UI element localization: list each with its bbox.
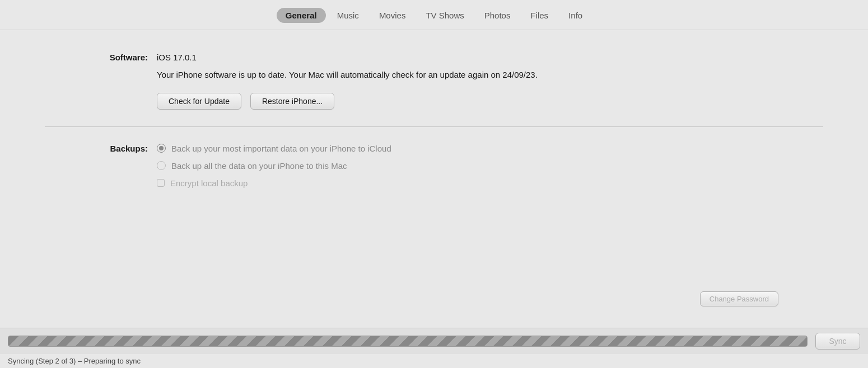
backup-mac-option[interactable]: Back up all the data on your iPhone to t… — [157, 161, 823, 171]
main-content: Software: iOS 17.0.1 Your iPhone softwar… — [0, 30, 868, 194]
backup-icloud-radio[interactable] — [157, 144, 166, 153]
backups-content: Back up your most important data on your… — [157, 144, 823, 188]
software-label: Software: — [45, 53, 157, 110]
status-text: Syncing (Step 2 of 3) – Preparing to syn… — [8, 357, 141, 365]
backup-icloud-label: Back up your most important data on your… — [171, 144, 391, 153]
tab-photos[interactable]: Photos — [475, 8, 520, 23]
tab-tvshows[interactable]: TV Shows — [417, 8, 473, 23]
tab-info[interactable]: Info — [559, 8, 591, 23]
progress-bar — [8, 336, 808, 347]
software-buttons: Check for Update Restore iPhone... — [157, 93, 823, 110]
restore-iphone-button[interactable]: Restore iPhone... — [250, 93, 334, 110]
software-version: iOS 17.0.1 — [157, 53, 823, 62]
backup-icloud-option[interactable]: Back up your most important data on your… — [157, 144, 823, 153]
encrypt-backup-option[interactable]: Encrypt local backup — [157, 178, 823, 188]
backup-mac-label: Back up all the data on your iPhone to t… — [171, 161, 347, 171]
status-bar: Syncing (Step 2 of 3) – Preparing to syn… — [0, 354, 868, 368]
backup-mac-radio[interactable] — [157, 161, 166, 170]
check-for-update-button[interactable]: Check for Update — [157, 93, 241, 110]
tab-general[interactable]: General — [277, 8, 326, 23]
tab-bar: General Music Movies TV Shows Photos Fil… — [0, 0, 868, 30]
tab-movies[interactable]: Movies — [370, 8, 415, 23]
sync-button[interactable]: Sync — [815, 333, 860, 350]
software-content: iOS 17.0.1 Your iPhone software is up to… — [157, 53, 823, 110]
backups-section: Backups: Back up your most important dat… — [0, 133, 868, 194]
software-section: Software: iOS 17.0.1 Your iPhone softwar… — [0, 47, 868, 121]
encrypt-backup-checkbox[interactable] — [157, 179, 165, 187]
update-description: Your iPhone software is up to date. Your… — [157, 69, 549, 82]
tab-music[interactable]: Music — [328, 8, 368, 23]
progress-bar-container: Sync — [0, 328, 868, 354]
encrypt-backup-label: Encrypt local backup — [170, 178, 248, 188]
backups-label: Backups: — [45, 144, 157, 188]
tab-files[interactable]: Files — [521, 8, 557, 23]
section-divider — [45, 126, 823, 127]
bottom-area: Sync Syncing (Step 2 of 3) – Preparing t… — [0, 328, 868, 368]
change-password-button[interactable]: Change Password — [700, 291, 778, 306]
